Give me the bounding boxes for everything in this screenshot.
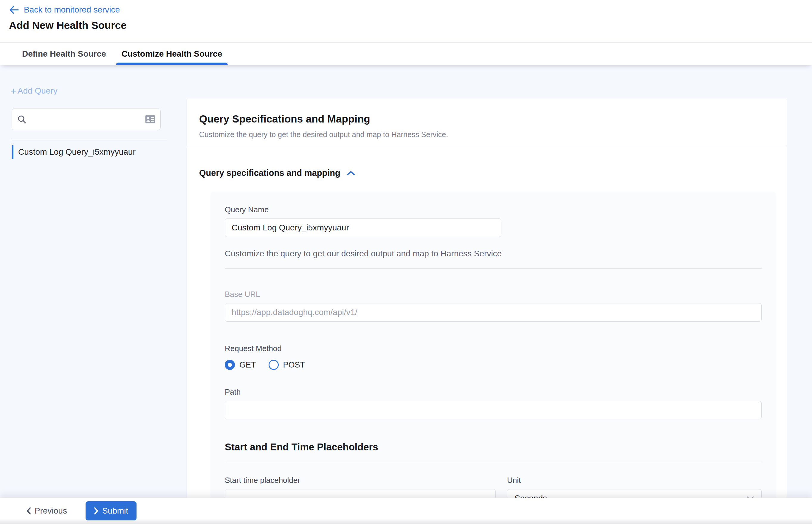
footer-bar: Previous Submit — [0, 498, 812, 524]
tab-customize-health-source[interactable]: Customize Health Source — [116, 43, 228, 65]
radio-post-unselected-icon — [269, 360, 279, 370]
panel-body: Query specifications and mapping Query N… — [187, 147, 787, 524]
chevron-left-icon — [26, 507, 31, 515]
back-link[interactable]: Back to monitored service — [9, 5, 120, 15]
query-item-label: Custom Log Query_i5xmyyuaur — [18, 147, 136, 157]
radio-option-post[interactable]: POST — [269, 360, 305, 370]
previous-button[interactable]: Previous — [26, 506, 67, 515]
plus-icon: + — [11, 87, 16, 95]
tab-bar: Define Health Source Customize Health So… — [0, 42, 812, 65]
search-icon — [17, 115, 26, 124]
base-url-label: Base URL — [225, 290, 762, 299]
query-list: Custom Log Query_i5xmyyuaur — [12, 145, 186, 160]
time-placeholders-heading: Start and End Time Placeholders — [225, 441, 762, 453]
query-helper-text: Customize the query to get our desired o… — [225, 249, 762, 258]
base-url-input[interactable] — [225, 303, 762, 322]
query-list-item[interactable]: Custom Log Query_i5xmyyuaur — [12, 145, 186, 160]
add-query-button[interactable]: + Add Query — [11, 86, 58, 96]
radio-get-label: GET — [239, 360, 256, 370]
request-method-radio-group: GET POST — [225, 360, 762, 370]
main-panel: Query Specifications and Mapping Customi… — [186, 99, 787, 524]
page-header: Back to monitored service Add New Health… — [0, 0, 812, 42]
contact-card-icon[interactable] — [145, 115, 156, 124]
selected-indicator-bar — [12, 145, 13, 159]
content-area: + Add Query Custom Log Query_i5xmyy — [0, 65, 812, 524]
radio-option-get[interactable]: GET — [225, 360, 256, 370]
query-sidebar: + Add Query Custom Log Query_i5xmyy — [0, 65, 186, 524]
panel-subtitle: Customize the query to get the desired o… — [199, 130, 775, 139]
submit-button-label: Submit — [102, 506, 128, 515]
page-title: Add New Health Source — [9, 19, 812, 31]
request-method-label: Request Method — [225, 344, 762, 353]
path-input[interactable] — [225, 401, 762, 420]
sidebar-divider — [12, 140, 167, 141]
query-form-card: Query Name Customize the query to get ou… — [210, 192, 776, 524]
chevron-right-icon — [94, 507, 99, 515]
query-name-input[interactable] — [225, 218, 501, 237]
query-name-label: Query Name — [225, 205, 762, 214]
path-label: Path — [225, 387, 762, 397]
query-search-box — [12, 108, 161, 130]
panel-title: Query Specifications and Mapping — [199, 113, 775, 125]
section-collapse-toggle[interactable]: Query specifications and mapping — [199, 168, 355, 178]
back-arrow-icon — [9, 6, 19, 14]
search-input[interactable] — [30, 114, 145, 124]
add-query-label: Add Query — [18, 86, 58, 96]
radio-get-selected-icon — [225, 360, 235, 370]
previous-button-label: Previous — [35, 506, 67, 515]
radio-post-label: POST — [283, 360, 305, 370]
card-divider — [225, 268, 762, 268]
panel-header: Query Specifications and Mapping Customi… — [187, 99, 787, 139]
tab-define-health-source[interactable]: Define Health Source — [16, 43, 112, 65]
back-link-label: Back to monitored service — [24, 5, 120, 15]
card-divider — [225, 462, 762, 462]
unit-label: Unit — [507, 475, 762, 485]
chevron-up-icon — [346, 170, 355, 176]
section-heading: Query specifications and mapping — [199, 168, 340, 178]
start-time-label: Start time placeholder — [225, 475, 496, 485]
submit-button[interactable]: Submit — [85, 501, 136, 520]
